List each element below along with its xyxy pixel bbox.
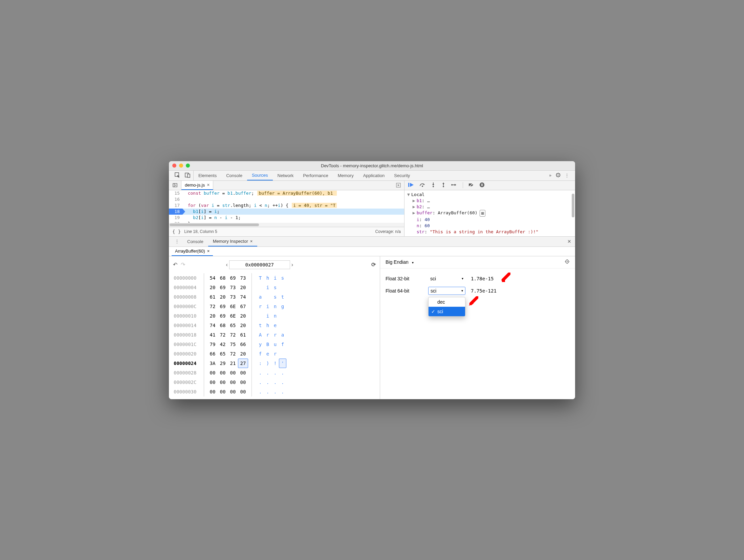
hex-byte[interactable]: 00	[228, 387, 238, 396]
hex-row[interactable]: 0000001020696E20 in	[174, 311, 375, 321]
hex-byte[interactable]: 68	[218, 273, 228, 283]
hex-row[interactable]: 0000002C00000000....	[174, 378, 375, 387]
hex-ascii-char[interactable]: a	[279, 330, 286, 340]
step-icon[interactable]	[451, 182, 457, 188]
hex-row[interactable]: 0000002066657220fer	[174, 349, 375, 359]
hex-byte[interactable]: 00	[238, 387, 248, 396]
hex-byte[interactable]: 27	[238, 359, 248, 368]
line-number[interactable]: 16	[169, 196, 182, 202]
inspect-element-icon[interactable]	[174, 172, 180, 179]
run-snippet-icon[interactable]	[393, 181, 404, 190]
hex-byte[interactable]: 00	[228, 378, 238, 387]
hex-byte[interactable]: 00	[207, 387, 218, 396]
hex-ascii-char[interactable]: a	[257, 292, 264, 302]
undo-icon[interactable]: ↶	[173, 261, 177, 268]
hex-ascii-char[interactable]	[279, 321, 286, 330]
hex-ascii-char[interactable]: y	[257, 340, 264, 349]
pretty-print-icon[interactable]: { }	[172, 229, 181, 234]
hex-ascii-char[interactable]: .	[257, 368, 264, 378]
minimize-window-button[interactable]	[179, 164, 183, 168]
device-toolbar-icon[interactable]	[184, 172, 191, 179]
scope-variable[interactable]: str: "This is a string in the ArrayBuffe…	[407, 229, 572, 235]
deactivate-breakpoints-icon[interactable]	[468, 182, 474, 188]
hex-byte[interactable]: 75	[228, 340, 238, 349]
hex-ascii-char[interactable]: '	[279, 359, 286, 368]
hex-byte[interactable]: 20	[218, 292, 228, 302]
redo-icon[interactable]: ↷	[181, 261, 185, 268]
hex-byte[interactable]: 3A	[207, 359, 218, 368]
hex-ascii-char[interactable]: .	[264, 378, 271, 387]
refresh-icon[interactable]: ⟳	[371, 261, 376, 268]
hex-ascii-char[interactable]: r	[257, 302, 264, 311]
hex-ascii-char[interactable]: r	[271, 330, 279, 340]
drawer-tab-memory-inspector[interactable]: Memory Inspector ×	[208, 237, 258, 246]
drawer-tab-console[interactable]: Console	[182, 237, 208, 246]
hex-row[interactable]: 0000001841727261Arra	[174, 330, 375, 340]
hex-ascii-char[interactable]: .	[279, 387, 286, 396]
hex-ascii-char[interactable]	[279, 283, 286, 292]
step-into-icon[interactable]	[431, 182, 436, 189]
file-tab-demo-js[interactable]: demo-js.js ×	[181, 181, 213, 190]
hex-byte[interactable]: 69	[218, 283, 228, 292]
hex-ascii-char[interactable]: r	[271, 349, 279, 359]
hex-ascii-char[interactable]: A	[257, 330, 264, 340]
panel-tab-security[interactable]: Security	[389, 171, 415, 180]
hex-row[interactable]: 000000243A292127:)!'	[174, 359, 375, 368]
hex-ascii-char[interactable]: T	[257, 273, 264, 283]
step-over-icon[interactable]	[419, 182, 425, 188]
scope-variable[interactable]: ▶b1: …	[407, 198, 572, 204]
resume-icon[interactable]	[408, 182, 414, 188]
float64-mode-select[interactable]: sci ▾ decsci	[428, 287, 465, 295]
line-number[interactable]: 19	[169, 215, 182, 221]
hex-byte[interactable]: 00	[207, 368, 218, 378]
hex-ascii-char[interactable]: n	[271, 302, 279, 311]
hex-byte[interactable]: 73	[228, 283, 238, 292]
hex-ascii-char[interactable]: f	[257, 349, 264, 359]
hex-ascii-char[interactable]: n	[271, 311, 279, 321]
hex-ascii-char[interactable]	[264, 292, 271, 302]
hex-ascii-char[interactable]	[279, 311, 286, 321]
hex-byte[interactable]: 72	[218, 330, 228, 340]
hex-byte[interactable]: 74	[207, 321, 218, 330]
hex-row[interactable]: 0000001474686520the	[174, 321, 375, 330]
hex-ascii-char[interactable]: i	[271, 273, 279, 283]
hex-row[interactable]: 0000002800000000....	[174, 368, 375, 378]
close-file-icon[interactable]: ×	[207, 182, 210, 188]
horizontal-scrollbar[interactable]	[169, 223, 404, 227]
line-number[interactable]: 20	[169, 221, 182, 223]
scope-header[interactable]: ▼Local	[407, 192, 572, 198]
close-tab-icon[interactable]: ×	[250, 239, 253, 244]
hex-ascii-char[interactable]: .	[271, 378, 279, 387]
hex-byte[interactable]: 68	[218, 321, 228, 330]
settings-icon[interactable]	[555, 172, 561, 179]
hex-byte[interactable]: 69	[218, 311, 228, 321]
hex-byte[interactable]: 61	[238, 330, 248, 340]
code-line[interactable]: b2[i] = n - i - 1;	[182, 215, 404, 221]
next-address-icon[interactable]: ›	[291, 262, 293, 268]
hex-byte[interactable]: 73	[238, 273, 248, 283]
hex-byte[interactable]: 69	[218, 302, 228, 311]
hex-ascii-char[interactable]	[257, 283, 264, 292]
hex-byte[interactable]: 72	[228, 330, 238, 340]
hex-byte[interactable]: 00	[207, 378, 218, 387]
hex-byte[interactable]: 20	[238, 349, 248, 359]
hex-byte[interactable]: 20	[238, 283, 248, 292]
hex-row[interactable]: 0000003000000000....	[174, 387, 375, 396]
code-line[interactable]: b1[i] = i;	[182, 209, 404, 215]
hex-ascii-char[interactable]: .	[257, 387, 264, 396]
code-line[interactable]: }	[182, 221, 404, 223]
hex-byte[interactable]: 65	[218, 349, 228, 359]
hex-byte[interactable]: 54	[207, 273, 218, 283]
hex-byte[interactable]: 79	[207, 340, 218, 349]
hex-byte[interactable]: 20	[238, 311, 248, 321]
hex-row[interactable]: 0000000054686973This	[174, 273, 375, 283]
hex-ascii-char[interactable]: !	[271, 359, 279, 368]
more-tabs-icon[interactable]: »	[549, 173, 551, 178]
scope-variable[interactable]: ▶buffer: ArrayBuffer(60)▦	[407, 210, 572, 217]
vertical-scrollbar[interactable]	[570, 190, 575, 236]
hex-row[interactable]: 0000000420697320 is	[174, 283, 375, 292]
panel-tab-console[interactable]: Console	[221, 171, 247, 180]
hex-ascii-char[interactable]: s	[271, 283, 279, 292]
hex-byte[interactable]: 00	[238, 368, 248, 378]
code-line[interactable]: const buffer = b1.buffer;buffer = ArrayB…	[182, 190, 404, 196]
